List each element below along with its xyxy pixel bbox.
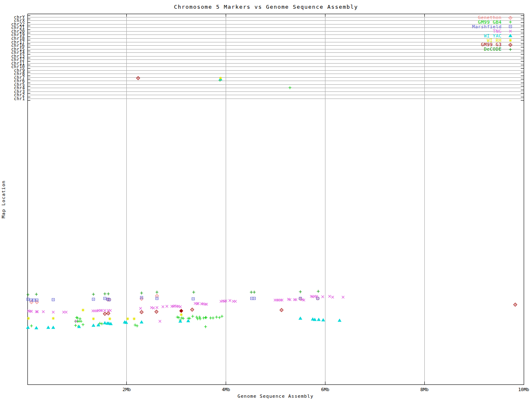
data-point-wi-yac bbox=[299, 317, 302, 320]
data-point-tng bbox=[139, 307, 142, 310]
data-point-tng bbox=[152, 307, 155, 309]
data-point-decode bbox=[35, 293, 38, 296]
data-point-decode bbox=[192, 291, 195, 294]
data-point-gm99-gb4 bbox=[199, 318, 202, 320]
data-point-wi-rh bbox=[133, 318, 135, 320]
data-point-wi-yac bbox=[317, 318, 320, 321]
data-point-decode bbox=[92, 293, 95, 296]
data-point-marshfield bbox=[253, 297, 256, 300]
x-axis-tick-label-2Mb: 2Mb bbox=[114, 387, 139, 392]
data-point-tng bbox=[166, 305, 168, 308]
data-point-wi-yac bbox=[52, 326, 55, 329]
data-point-tng bbox=[109, 309, 111, 312]
data-point-wi-yac bbox=[140, 321, 143, 323]
data-point-gm99-gb4 bbox=[180, 317, 183, 320]
data-point-tng bbox=[205, 303, 208, 305]
data-point-gm99-gb4 bbox=[215, 316, 218, 319]
data-point-marshfield bbox=[192, 298, 195, 300]
data-point-tng bbox=[295, 298, 297, 301]
data-point-gm99-gb4 bbox=[182, 317, 185, 320]
data-point-wi-yac bbox=[187, 320, 190, 322]
data-point-tng bbox=[156, 306, 158, 309]
data-point-gm99-gb4 bbox=[176, 316, 179, 319]
data-point-tng bbox=[65, 311, 67, 313]
data-point-decode bbox=[250, 291, 253, 294]
x-axis-tick-label-10Mb: 10Mb bbox=[511, 387, 532, 392]
data-point-wi-yac bbox=[338, 319, 341, 322]
data-point-gm99-g3 bbox=[107, 312, 110, 315]
data-point-wi-rh bbox=[92, 318, 95, 320]
data-point-tng bbox=[159, 320, 161, 323]
data-point-decode bbox=[155, 291, 158, 294]
data-point-wi-yac bbox=[103, 322, 106, 324]
x-axis-tick-label-8Mb: 8Mb bbox=[412, 387, 437, 392]
data-point-gm99-gb4 bbox=[204, 316, 207, 319]
data-point-gm99-g3 bbox=[155, 310, 158, 313]
data-point-marshfield bbox=[52, 298, 54, 301]
data-point-wi-rh bbox=[81, 309, 84, 312]
data-point-marshfield bbox=[103, 297, 106, 300]
data-point-wi-yac bbox=[78, 325, 81, 328]
data-point-gm99-gb4 bbox=[191, 315, 194, 318]
data-point-tng bbox=[103, 309, 106, 312]
data-point-wi-yac bbox=[35, 327, 38, 329]
data-point-tng bbox=[281, 299, 283, 301]
data-point-decode bbox=[103, 293, 106, 296]
data-point-tng bbox=[179, 305, 182, 308]
legend-item-decode: DeCODE bbox=[399, 47, 514, 52]
data-point-tng bbox=[321, 296, 324, 298]
data-point-gm99-g3 bbox=[190, 308, 194, 311]
data-point-tng bbox=[234, 300, 236, 303]
data-point-tng bbox=[342, 296, 344, 298]
data-point-wi-rh bbox=[126, 318, 129, 320]
data-point-marshfield bbox=[36, 299, 38, 301]
data-point-wi-yac bbox=[92, 324, 95, 327]
legend-label: DeCODE bbox=[484, 47, 502, 52]
data-point-wi-rh bbox=[108, 318, 111, 320]
legend-label: WI YAC bbox=[484, 34, 502, 38]
data-point-wi-yac bbox=[47, 326, 50, 329]
data-point-decode bbox=[140, 292, 143, 295]
data-point-tng bbox=[42, 310, 44, 313]
data-point-tng bbox=[162, 305, 164, 308]
data-point-gm99-g3 bbox=[140, 310, 143, 314]
x-axis-tick-label-4Mb: 4Mb bbox=[214, 387, 239, 392]
data-point-tng bbox=[52, 311, 54, 313]
data-point-tng bbox=[328, 295, 331, 298]
data-point-gm99-gb4 bbox=[209, 317, 212, 320]
data-point-gm99-gb4 bbox=[188, 317, 191, 320]
plot-border bbox=[27, 14, 524, 384]
data-point-decode bbox=[253, 291, 256, 294]
data-point-decode bbox=[27, 293, 30, 296]
data-point-tng bbox=[331, 296, 334, 298]
data-point-gm99-gb4 bbox=[202, 317, 205, 320]
data-point-gm99-gb4 bbox=[81, 323, 84, 326]
data-point-gm99-gb4 bbox=[212, 317, 214, 320]
data-point-marshfield bbox=[27, 298, 29, 300]
data-point-gm99-gb4 bbox=[80, 320, 83, 323]
data-point-tng bbox=[229, 299, 231, 302]
data-point-marshfield bbox=[251, 297, 253, 300]
data-point-marshfield bbox=[33, 299, 35, 301]
data-point-gm99-gb4 bbox=[204, 325, 207, 328]
y-axis-chr-label-chr1: chr1 bbox=[1, 97, 25, 101]
x-axis-tick-label-6Mb: 6Mb bbox=[313, 387, 337, 392]
data-point-wi-yac bbox=[322, 319, 325, 321]
data-point-marshfield bbox=[140, 296, 143, 299]
data-point-tng bbox=[101, 309, 103, 312]
data-point-gm99-gb4 bbox=[198, 316, 201, 319]
data-point-decode bbox=[317, 290, 320, 293]
data-point-gm99-g3 bbox=[136, 76, 140, 80]
data-point-wi-rh bbox=[180, 313, 183, 316]
data-point-wi-yac bbox=[97, 324, 100, 326]
plot-area bbox=[0, 0, 532, 399]
legend-symbol-plus-icon bbox=[507, 47, 514, 52]
data-point-gm99-g3 bbox=[514, 303, 517, 306]
data-point-wi-rh bbox=[27, 317, 30, 320]
data-point-gm99-gb4 bbox=[101, 323, 103, 325]
data-point-gm99-gb4 bbox=[177, 316, 180, 319]
data-point-gm99-gb4 bbox=[74, 324, 77, 327]
data-point-wi-rh bbox=[52, 317, 55, 320]
data-point-decode bbox=[299, 291, 302, 293]
data-point-tng bbox=[30, 310, 33, 313]
